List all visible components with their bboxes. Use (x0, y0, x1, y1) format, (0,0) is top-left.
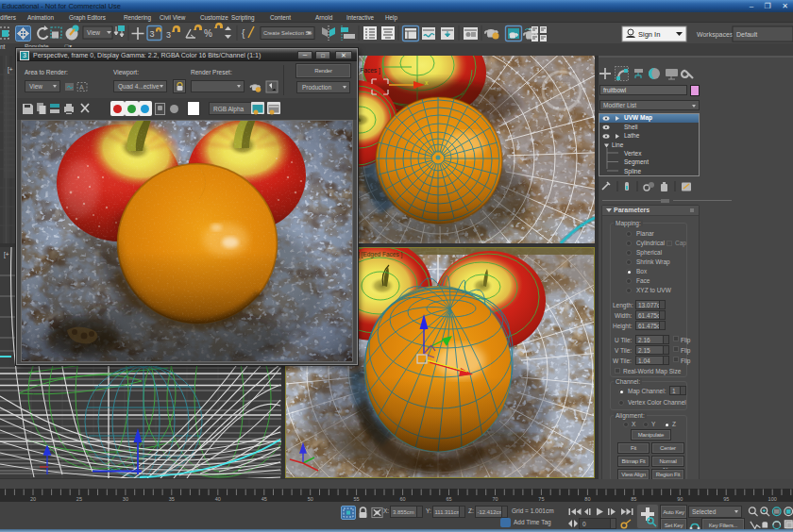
svg-text:Workspaces:: Workspaces: (697, 31, 734, 39)
svg-text:Sign In: Sign In (638, 30, 660, 39)
svg-text:x: x (425, 79, 429, 86)
svg-text:A: A (79, 84, 84, 91)
svg-text:d Faces ]: d Faces ] (355, 67, 380, 75)
svg-text:{: { (242, 28, 245, 39)
svg-text:[+: [+ (8, 66, 13, 74)
svg-text:Create Selection Se: Create Selection Se (263, 30, 312, 36)
svg-text:[+: [+ (4, 251, 9, 258)
svg-text:View: View (87, 29, 100, 36)
svg-text:Default: Default (736, 31, 757, 38)
svg-text:%: % (204, 28, 212, 39)
svg-text:3: 3 (150, 29, 155, 39)
svg-text:3: 3 (166, 30, 171, 40)
svg-text:] [Edged Faces ]: ] [Edged Faces ] (358, 251, 403, 258)
